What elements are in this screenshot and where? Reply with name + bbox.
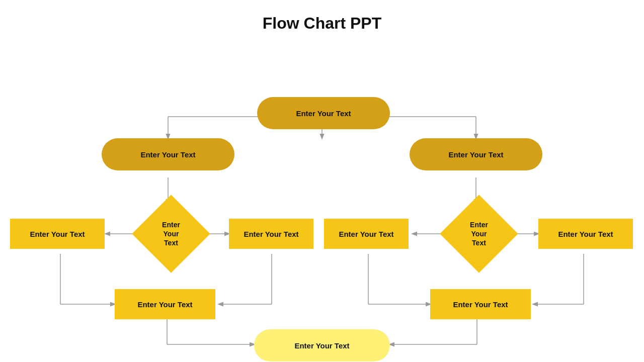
top-node[interactable]: Enter Your Text: [257, 97, 390, 129]
rb-rect-node[interactable]: Enter Your Text: [430, 289, 531, 319]
right-pill-node[interactable]: Enter Your Text: [410, 138, 542, 170]
svg-line-19: [219, 304, 254, 344]
left-pill-node[interactable]: Enter Your Text: [102, 138, 234, 170]
diagram-container: Enter Your Text Enter Your Text Enter Yo…: [0, 38, 644, 359]
ll-rect-node[interactable]: Enter Your Text: [10, 219, 105, 249]
left-diamond-node[interactable]: Enter Your Text: [141, 204, 201, 264]
connectors-svg: [0, 38, 644, 359]
right-diamond-node[interactable]: Enter Your Text: [449, 204, 509, 264]
rr-rect-node[interactable]: Enter Your Text: [538, 219, 633, 249]
rl-rect-node[interactable]: Enter Your Text: [324, 219, 409, 249]
lm-rect-node[interactable]: Enter Your Text: [229, 219, 313, 249]
lb-rect-node[interactable]: Enter Your Text: [115, 289, 215, 319]
bottom-pill-node[interactable]: Enter Your Text: [254, 329, 390, 361]
page-title: Flow Chart PPT: [0, 0, 644, 33]
